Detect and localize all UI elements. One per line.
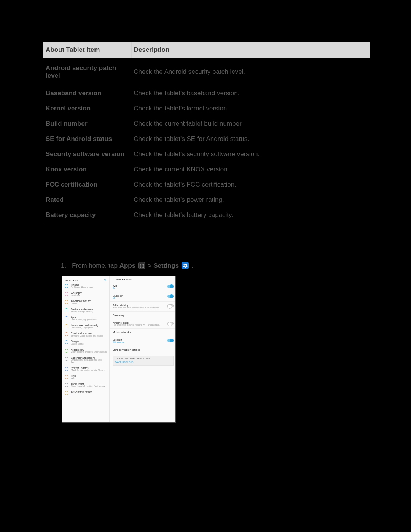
svg-point-0 [104, 279, 106, 280]
sidebar-item[interactable]: Cloud and accountsSamsung Cloud, Backup … [62, 331, 109, 339]
row-desc: Check the tablet's battery capacity. [131, 208, 370, 223]
row-item: Rated [43, 192, 132, 208]
panel-row[interactable]: LocationHigh accuracy [110, 336, 175, 346]
toggle-switch[interactable] [167, 295, 174, 298]
sidebar-item-sub: Vision, Hearing, Dexterity and interacti… [71, 351, 107, 353]
table-row: Battery capacityCheck the tablet's batte… [43, 208, 370, 223]
panel-row-sub: Allow other devices to find your tablet … [113, 307, 159, 309]
sidebar-item[interactable]: GoogleGoogle settings [62, 339, 109, 347]
sidebar-item-sub: Lock screen, Fingerprints [71, 327, 98, 329]
table-row: Knox versionCheck the current KNOX versi… [43, 162, 370, 177]
row-desc: Check the tablet's baseband version. [131, 86, 370, 101]
table-row: Kernel versionCheck the tablet's kernel … [43, 101, 370, 116]
step-period: . [191, 262, 193, 269]
panel-title: CONNECTIONS [110, 276, 175, 282]
row-item: Security software version [43, 147, 132, 162]
separator: > [148, 262, 154, 269]
toggle-switch[interactable] [167, 304, 174, 307]
sidebar-title: SETTINGS [65, 279, 78, 281]
sidebar-item-icon [65, 340, 68, 344]
sidebar-item[interactable]: HelpHelp [62, 373, 109, 381]
sidebar-item-icon [65, 367, 68, 371]
sidebar-item[interactable]: About tabletStatus, Legal information, D… [62, 381, 109, 389]
row-desc: Check the tablet's FCC certification. [131, 177, 370, 192]
sidebar-item[interactable]: Advanced featuresGames [62, 298, 109, 306]
table-row: Android security patch levelCheck the An… [43, 58, 370, 86]
col-header-item: About Tablet Item [43, 42, 132, 58]
search-icon[interactable] [104, 278, 107, 282]
row-desc: Check the tablet's power rating. [131, 192, 370, 208]
sidebar-item-sub: Language and input, Date and time, Res… [71, 359, 108, 363]
row-desc: Check the current KNOX version. [131, 162, 370, 177]
settings-label: Settings [153, 262, 179, 269]
sidebar-item[interactable]: Activate this device [62, 389, 109, 396]
settings-panel: CONNECTIONS Wi-FiOnBluetoothOnTablet vis… [110, 276, 175, 422]
panel-row-sub: On [113, 297, 123, 299]
panel-row-sub: Turn off network features, including Wi-… [113, 324, 160, 326]
table-row: Security software versionCheck the table… [43, 147, 370, 162]
sidebar-item-sub: Default apps, App permissions [71, 319, 97, 321]
sidebar-item-sub: Check for new system update, Show sy… [71, 369, 107, 372]
panel-row[interactable]: More connection settings [110, 346, 175, 353]
row-item: Baseband version [43, 86, 132, 101]
row-desc: Check the tablet's SE for Android status… [131, 131, 370, 147]
sidebar-item[interactable]: DisplayBrightness, Home screen [62, 283, 109, 290]
panel-row-sub: High accuracy [113, 341, 125, 343]
sidebar-item[interactable]: System updatesCheck for new system updat… [62, 365, 109, 373]
sidebar-item-icon [65, 383, 68, 387]
row-item: Knox version [43, 162, 132, 177]
about-tablet-table: About Tablet Item Description Android se… [43, 42, 370, 223]
apps-label: Apps [119, 262, 136, 269]
table-row: Build numberCheck the current tablet bui… [43, 116, 370, 131]
sidebar-item-sub: Help [71, 377, 76, 380]
row-item: Kernel version [43, 101, 132, 116]
settings-screenshot: SETTINGS DisplayBrightness, Home screenW… [62, 276, 176, 423]
looking-for-link[interactable]: SAMSUNG CLOUD [115, 361, 171, 363]
sidebar-item-icon [65, 292, 68, 296]
table-row: RatedCheck the tablet's power rating. [43, 192, 370, 208]
row-item: Build number [43, 116, 132, 131]
table-row: FCC certificationCheck the tablet's FCC … [43, 177, 370, 192]
panel-row[interactable]: Data usage [110, 311, 175, 319]
sidebar-item[interactable]: WallpaperWallpaper [62, 290, 109, 298]
panel-row[interactable]: BluetoothOn [110, 292, 175, 302]
panel-row[interactable]: Tablet visibilityAllow other devices to … [110, 301, 175, 311]
sidebar-item[interactable]: AppsDefault apps, App permissions [62, 315, 109, 323]
apps-icon [138, 262, 145, 269]
sidebar-item[interactable]: Device maintenanceBattery, Storage, Memo… [62, 307, 109, 315]
step-text-prefix: From home, tap [68, 262, 119, 269]
svg-line-1 [106, 280, 107, 281]
sidebar-item[interactable]: General managementLanguage and input, Da… [62, 355, 109, 365]
row-desc: Check the current tablet build number. [131, 116, 370, 131]
gear-icon [182, 262, 189, 269]
row-desc: Check the tablet's security software ver… [131, 147, 370, 162]
toggle-switch[interactable] [167, 339, 174, 342]
sidebar-item-label: Activate this device [71, 391, 92, 393]
sidebar-item[interactable]: Lock screen and securityLock screen, Fin… [62, 323, 109, 331]
sidebar-item-sub: Battery, Storage, Memory [71, 311, 93, 313]
looking-for-heading: LOOKING FOR SOMETHING ELSE? [115, 358, 171, 360]
panel-row[interactable]: Airplane modeTurn off network features, … [110, 319, 175, 329]
panel-row[interactable]: Wi-FiOn [110, 282, 175, 292]
sidebar-item-sub: Samsung Cloud, Backup and restore [71, 335, 103, 337]
toggle-switch[interactable] [167, 285, 174, 288]
sidebar-item[interactable]: AccessibilityVision, Hearing, Dexterity … [62, 347, 109, 355]
sidebar-item-icon [65, 375, 68, 379]
panel-row[interactable]: Mobile networks [110, 328, 175, 336]
instruction-step: 1. From home, tap Apps > Settings . [61, 262, 411, 270]
sidebar-item-icon [65, 300, 68, 304]
panel-row-label: Mobile networks [113, 331, 131, 334]
sidebar-item-icon [65, 324, 68, 328]
row-item: Battery capacity [43, 208, 132, 223]
sidebar-item-icon [65, 308, 68, 312]
panel-row-label: More connection settings [113, 348, 140, 351]
sidebar-item-sub: Google settings [71, 343, 84, 345]
sidebar-item-icon [65, 357, 68, 361]
panel-row-label: Data usage [113, 314, 125, 316]
toggle-switch[interactable] [167, 322, 174, 325]
sidebar-item-icon [65, 391, 68, 395]
col-header-desc: Description [131, 42, 370, 58]
sidebar-item-icon [65, 284, 68, 288]
settings-sidebar: SETTINGS DisplayBrightness, Home screenW… [62, 276, 110, 422]
sidebar-item-sub: Games [71, 303, 91, 305]
